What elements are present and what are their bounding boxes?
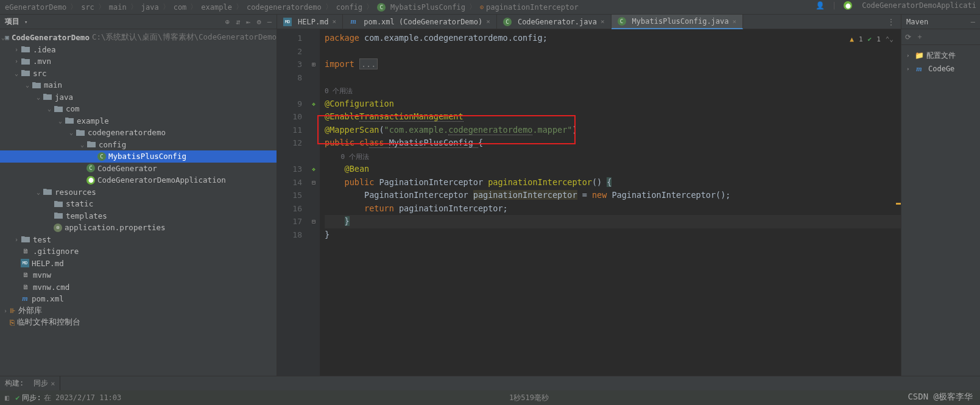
tree-node[interactable]: ⌄java bbox=[0, 91, 277, 104]
code-line[interactable]: } bbox=[325, 228, 901, 242]
crumb[interactable]: src bbox=[81, 3, 94, 12]
close-icon[interactable]: × bbox=[486, 18, 490, 26]
crumb[interactable]: codegeneratordemo bbox=[247, 3, 322, 12]
tree-node[interactable]: ⌄com bbox=[0, 103, 277, 115]
crumb-class[interactable]: MybatisPlusConfig bbox=[390, 3, 465, 12]
code-line[interactable]: PaginationInterceptor paginationIntercep… bbox=[325, 189, 901, 202]
tree-node[interactable]: ⬤CodeGeneratorDemoApplication bbox=[0, 174, 277, 186]
code-line[interactable]: 0 个用法 bbox=[325, 150, 901, 163]
code-line[interactable]: public class MybatisPlusConfig { bbox=[325, 136, 901, 150]
crumb[interactable]: com bbox=[174, 3, 187, 12]
more-icon[interactable]: ⋮ bbox=[887, 18, 895, 26]
maven-project[interactable]: › m CodeGe bbox=[904, 62, 978, 76]
code-area[interactable]: ▲1 ✔1 ⌃⌄ package com.example.codegenerat… bbox=[320, 29, 901, 376]
tree-arrow-icon[interactable]: ⌄ bbox=[34, 189, 43, 195]
tree-node[interactable]: CCodeGenerator bbox=[0, 163, 277, 175]
tree-node[interactable]: mpom.xml bbox=[0, 293, 277, 305]
code-line[interactable]: @MapperScan("com.example.codegeneratorde… bbox=[325, 124, 901, 137]
code-line[interactable]: @Configuration bbox=[325, 97, 901, 111]
tree-node[interactable]: ⌄src bbox=[0, 68, 277, 80]
hide-icon[interactable]: — bbox=[971, 18, 975, 26]
code-line[interactable]: @EnableTransactionManagement bbox=[325, 110, 901, 124]
tree-arrow-icon[interactable]: ⌄ bbox=[67, 129, 76, 136]
tree-node[interactable]: ⌄config bbox=[0, 139, 277, 151]
tree-node[interactable]: ⌄main bbox=[0, 79, 277, 91]
code-line[interactable]: return paginationInterceptor; bbox=[325, 202, 901, 216]
close-icon[interactable]: × bbox=[333, 18, 337, 26]
close-icon[interactable]: × bbox=[601, 18, 605, 26]
fold-collapse-icon[interactable]: ⊟ bbox=[312, 179, 316, 186]
code-line[interactable]: import ... bbox=[325, 58, 901, 71]
select-opened-file-icon[interactable]: ⊕ bbox=[225, 18, 230, 26]
tree-node[interactable]: CMybatisPlusConfig bbox=[0, 150, 277, 163]
run-config-label[interactable]: CodeGeneratorDemoApplicati bbox=[862, 1, 976, 10]
tree-arrow-icon[interactable]: ⌄ bbox=[34, 94, 43, 100]
chevron-down-icon[interactable]: ▾ bbox=[24, 19, 30, 25]
tree-node[interactable]: templates bbox=[0, 210, 277, 222]
tree-node[interactable]: static bbox=[0, 198, 277, 210]
refresh-icon[interactable]: ⟳ bbox=[905, 33, 911, 41]
tab-actions[interactable]: ⋮ bbox=[881, 15, 901, 29]
sync-time: 在 2023/2/17 11:03 bbox=[44, 393, 122, 403]
tree-arrow-icon[interactable]: › bbox=[12, 236, 21, 243]
close-icon[interactable]: × bbox=[733, 18, 737, 26]
gear-icon[interactable]: ⚙ bbox=[257, 18, 261, 26]
close-icon[interactable]: × bbox=[51, 379, 55, 388]
tree-node[interactable]: ⌄example bbox=[0, 115, 277, 127]
user-icon[interactable]: 👤 bbox=[816, 1, 825, 10]
tree-arrow-icon[interactable]: ⌄ bbox=[45, 105, 54, 112]
tree-node[interactable]: MDHELP.md bbox=[0, 258, 277, 270]
tree-arrow-icon[interactable]: ⌄ bbox=[78, 141, 86, 148]
tree-node[interactable]: ⚙application.properties bbox=[0, 222, 277, 234]
code-line[interactable]: @Bean bbox=[325, 163, 901, 176]
code-line[interactable]: package com.example.codegeneratordemo.co… bbox=[325, 32, 901, 45]
editor-tab[interactable]: CCodeGenerator.java× bbox=[497, 15, 612, 29]
editor-tab[interactable]: CMybatisPlusConfig.java× bbox=[612, 15, 744, 29]
chevron-up-down-icon[interactable]: ⌃⌄ bbox=[886, 33, 894, 46]
crumb[interactable]: config bbox=[336, 3, 362, 12]
tree-arrow-icon[interactable]: › bbox=[12, 46, 21, 53]
sync-tab[interactable]: 同步 × bbox=[29, 376, 60, 390]
tree-node[interactable]: ›test bbox=[0, 234, 277, 246]
tree-node[interactable]: ⌄codegeneratordemo bbox=[0, 127, 277, 139]
inspection-status[interactable]: ▲1 ✔1 ⌃⌄ bbox=[850, 33, 894, 46]
crumb-method[interactable]: paginationInterceptor bbox=[486, 3, 579, 12]
tree-node[interactable]: ⌄resources bbox=[0, 186, 277, 199]
code-line[interactable]: public PaginationInterceptor paginationI… bbox=[325, 176, 901, 189]
code-line[interactable]: 0 个用法 bbox=[325, 84, 901, 97]
tree-root[interactable]: ⌄ ▣ CodeGeneratorDemo C:\系统默认\桌面\博客素材\Co… bbox=[0, 32, 277, 44]
hide-icon[interactable]: — bbox=[267, 18, 272, 26]
tree-node[interactable]: ›.mvn bbox=[0, 55, 277, 68]
add-icon[interactable]: ＋ bbox=[916, 32, 923, 42]
crumb[interactable]: main bbox=[109, 3, 127, 12]
tree-node[interactable]: ›.idea bbox=[0, 44, 277, 56]
editor-tab[interactable]: mpom.xml (CodeGeneratorDemo)× bbox=[343, 15, 497, 29]
tree-arrow-icon[interactable]: ⌄ bbox=[23, 82, 32, 88]
project-tree[interactable]: ⌄ ▣ CodeGeneratorDemo C:\系统默认\桌面\博客素材\Co… bbox=[0, 29, 277, 331]
fold-collapse-icon[interactable]: ⊟ bbox=[312, 218, 316, 225]
editor-body[interactable]: 12389101112131415161718 ⊞❖❖⊟⊟ ▲1 ✔1 ⌃⌄ p… bbox=[277, 29, 901, 376]
editor-tab[interactable]: MDHELP.md× bbox=[277, 15, 343, 29]
tool-window-toggle-icon[interactable]: ◧ bbox=[5, 393, 9, 402]
tree-node[interactable]: 🗎.gitignore bbox=[0, 245, 277, 258]
maven-profiles[interactable]: › 📁 配置文件 bbox=[904, 49, 978, 62]
usage-hint[interactable]: 0 个用法 bbox=[325, 87, 353, 95]
tree-node[interactable]: 🗎mvnw bbox=[0, 269, 277, 281]
code-line[interactable]: } bbox=[325, 215, 901, 228]
code-line[interactable] bbox=[325, 71, 901, 85]
tree-arrow-icon[interactable]: ⌄ bbox=[56, 118, 65, 124]
warning-stripe[interactable] bbox=[896, 203, 901, 205]
usage-hint[interactable]: 0 个用法 bbox=[325, 153, 369, 161]
external-libs[interactable]: ›⊪ 外部库 bbox=[0, 305, 277, 317]
tree-node[interactable]: 🗎mvnw.cmd bbox=[0, 281, 277, 294]
crumb[interactable]: eGeneratorDemo bbox=[5, 3, 66, 12]
crumb[interactable]: example bbox=[201, 3, 232, 12]
collapse-all-icon[interactable]: ⇤ bbox=[246, 18, 250, 26]
tree-arrow-icon[interactable]: ⌄ bbox=[12, 70, 21, 77]
expand-all-icon[interactable]: ⇵ bbox=[236, 18, 240, 26]
scratches[interactable]: ⎘ 临时文件和控制台 bbox=[0, 317, 277, 329]
code-line[interactable] bbox=[325, 45, 901, 58]
fold-expand-icon[interactable]: ⊞ bbox=[312, 61, 316, 68]
tree-arrow-icon[interactable]: › bbox=[12, 58, 21, 65]
crumb[interactable]: java bbox=[141, 3, 159, 12]
